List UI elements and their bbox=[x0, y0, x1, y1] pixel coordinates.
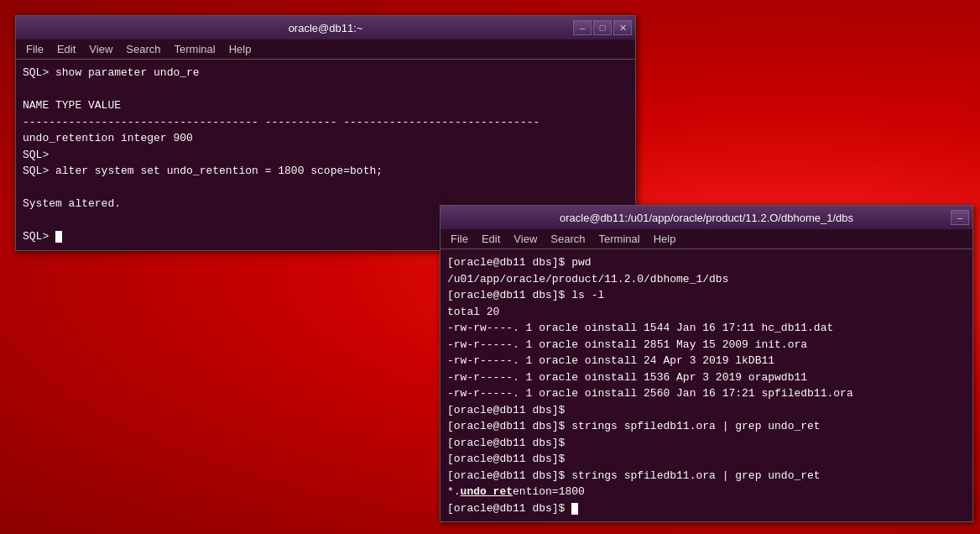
undo-highlight: undo_ret bbox=[461, 485, 513, 498]
window-controls-1: – □ ✕ bbox=[573, 20, 632, 35]
terminal-line: [oracle@db11 dbs]$ bbox=[447, 500, 966, 517]
menu-bar-2: File Edit View Search Terminal Help bbox=[440, 229, 972, 249]
terminal-line: [oracle@db11 dbs]$ bbox=[447, 402, 966, 419]
menu-edit-1[interactable]: Edit bbox=[50, 41, 82, 57]
terminal-line: *.undo_retention=1800 bbox=[447, 484, 966, 500]
terminal-window-2: oracle@db11:/u01/app/oracle/product/11.2… bbox=[440, 205, 973, 522]
menu-help-1[interactable]: Help bbox=[222, 41, 258, 57]
title-bar-1: oracle@db11:~ – □ ✕ bbox=[16, 16, 635, 39]
terminal-line: [oracle@db11 dbs]$ pwd bbox=[447, 254, 966, 271]
terminal-line: total 20 bbox=[447, 304, 966, 321]
terminal-line: SQL> bbox=[23, 147, 628, 164]
terminal-line: [oracle@db11 dbs]$ bbox=[447, 435, 966, 452]
terminal-line: -rw-r-----. 1 oracle oinstall 1536 Apr 3… bbox=[447, 369, 966, 386]
terminal-1-title: oracle@db11:~ bbox=[289, 22, 363, 34]
terminal-line: SQL> alter system set undo_retention = 1… bbox=[23, 163, 628, 180]
menu-search-2[interactable]: Search bbox=[544, 231, 592, 247]
terminal-line: ------------------------------------ ---… bbox=[23, 114, 628, 131]
menu-help-2[interactable]: Help bbox=[647, 231, 683, 247]
terminal-line: /u01/app/oracle/product/11.2.0/dbhome_1/… bbox=[447, 271, 966, 288]
terminal-line bbox=[23, 180, 628, 196]
menu-terminal-1[interactable]: Terminal bbox=[168, 41, 222, 57]
terminal-line: -rw-rw----. 1 oracle oinstall 1544 Jan 1… bbox=[447, 320, 966, 337]
menu-file-1[interactable]: File bbox=[19, 41, 50, 57]
cursor-1 bbox=[55, 231, 62, 243]
window-controls-2: – bbox=[951, 210, 969, 225]
title-bar-2: oracle@db11:/u01/app/oracle/product/11.2… bbox=[440, 206, 972, 229]
menu-bar-1: File Edit View Search Terminal Help bbox=[16, 39, 635, 60]
terminal-line bbox=[23, 81, 628, 98]
menu-view-2[interactable]: View bbox=[507, 231, 544, 247]
close-button-1[interactable]: ✕ bbox=[613, 20, 632, 35]
terminal-line: [oracle@db11 dbs]$ ls -l bbox=[447, 287, 966, 304]
menu-search-1[interactable]: Search bbox=[119, 41, 167, 57]
terminal-line: -rw-r-----. 1 oracle oinstall 2560 Jan 1… bbox=[447, 385, 966, 402]
terminal-2-title: oracle@db11:/u01/app/oracle/product/11.2… bbox=[560, 212, 853, 224]
menu-view-1[interactable]: View bbox=[82, 41, 119, 57]
terminal-line: undo_retention integer 900 bbox=[23, 130, 628, 147]
terminal-line: [oracle@db11 dbs]$ strings spfiledb11.or… bbox=[447, 468, 966, 484]
terminal-line: NAME TYPE VALUE bbox=[23, 97, 628, 114]
menu-edit-2[interactable]: Edit bbox=[475, 231, 507, 247]
terminal-line: SQL> show parameter undo_re bbox=[23, 65, 628, 81]
minimize-button-2[interactable]: – bbox=[951, 210, 969, 225]
terminal-line: [oracle@db11 dbs]$ bbox=[447, 451, 966, 468]
terminal-line: -rw-r-----. 1 oracle oinstall 2851 May 1… bbox=[447, 337, 966, 353]
menu-terminal-2[interactable]: Terminal bbox=[592, 231, 647, 247]
cursor-2 bbox=[571, 503, 578, 515]
terminal-line: -rw-r-----. 1 oracle oinstall 24 Apr 3 2… bbox=[447, 353, 966, 369]
maximize-button-1[interactable]: □ bbox=[593, 20, 612, 35]
menu-file-2[interactable]: File bbox=[444, 231, 475, 247]
terminal-line: [oracle@db11 dbs]$ strings spfiledb11.or… bbox=[447, 418, 966, 435]
minimize-button-1[interactable]: – bbox=[573, 20, 592, 35]
terminal-body-2: [oracle@db11 dbs]$ pwd /u01/app/oracle/p… bbox=[440, 249, 972, 521]
